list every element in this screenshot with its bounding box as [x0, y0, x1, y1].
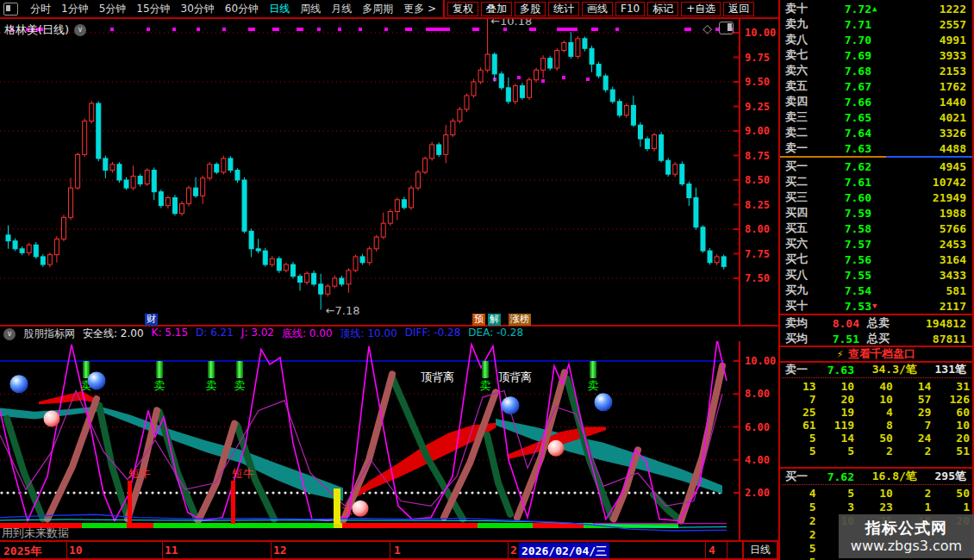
tab-period-30分钟[interactable]: 30分钟: [181, 2, 215, 16]
sell-marker-label: 卖: [234, 379, 246, 392]
sell-signal-bar: [208, 361, 215, 378]
time-axis-month-1: 1: [394, 544, 401, 557]
period-menu: 分时1分钟5分钟15分钟30分钟60分钟日线周线月线多周期更多 >: [25, 2, 441, 16]
panel-toggle-icon[interactable]: [719, 22, 734, 34]
sell-detail-row: 1310401431: [780, 380, 972, 393]
tab-period-多周期[interactable]: 多周期: [362, 2, 393, 16]
orderbook-buy-row[interactable]: 买五7.585766: [780, 221, 972, 236]
short-bull-label: 短牛: [128, 467, 151, 480]
tab-period-5分钟[interactable]: 5分钟: [99, 2, 127, 16]
tool-button-F10[interactable]: F10: [615, 2, 645, 16]
tab-period-60分钟[interactable]: 60分钟: [225, 2, 259, 16]
tool-button-统计[interactable]: 统计: [548, 2, 579, 16]
chevron-down-icon[interactable]: ∨: [74, 24, 86, 36]
svg-text:4.00: 4.00: [745, 454, 770, 466]
candlestick-chart[interactable]: 10.009.759.509.259.008.758.508.258.007.7…: [0, 19, 778, 325]
orderbook-sell-row[interactable]: 卖六7.682153: [780, 63, 972, 78]
buy-detail-header: 买一7.6216.8/笔295笔: [780, 470, 972, 483]
average-row: 卖均8.04总卖194812: [780, 315, 972, 331]
sell-detail-row: 552251: [780, 445, 972, 457]
tool-button-标记[interactable]: 标记: [647, 2, 678, 16]
tab-period-日线[interactable]: 日线: [269, 2, 290, 16]
svg-text:10.00: 10.00: [745, 355, 776, 367]
rank-badge[interactable]: 涨榜: [509, 314, 531, 326]
red-signal-ball: [44, 410, 60, 426]
time-axis-separator: [705, 542, 706, 558]
svg-text:2.00: 2.00: [745, 487, 770, 499]
toolbar: 复权叠加多股统计画线F10标记+自选返回: [447, 2, 754, 16]
tab-period-15分钟[interactable]: 15分钟: [136, 2, 170, 16]
orderbook-buy-row[interactable]: 买八7.553433: [780, 267, 972, 283]
indicator-chevron-icon[interactable]: ∨: [3, 328, 16, 340]
orderbook-buy-row[interactable]: 买一7.624945: [780, 159, 972, 174]
time-axis-separator: [162, 542, 163, 558]
time-axis-month-12: 12: [273, 544, 287, 557]
tool-button-复权[interactable]: 复权: [447, 2, 478, 16]
svg-text:9.50: 9.50: [745, 76, 770, 88]
analysis-badge[interactable]: 解: [488, 314, 501, 326]
tab-period-1分钟[interactable]: 1分钟: [61, 2, 89, 16]
time-axis-separator: [271, 542, 272, 558]
orderbook-buy-row[interactable]: 买三7.6021949: [780, 190, 972, 205]
orderbook-sell-row[interactable]: 卖三7.654021: [780, 109, 972, 125]
time-axis-month-4: 4: [709, 544, 715, 557]
signal-dot-row: [10, 28, 733, 83]
orderbook-sell-row[interactable]: 卖四7.661440: [780, 94, 972, 109]
time-axis-separator: [390, 542, 390, 558]
time-axis-month-11: 11: [165, 544, 178, 557]
indicator-field-安全线: 安全线: 2.00: [83, 327, 144, 341]
indicator-header: ∨ 股朋指标网 安全线: 2.00K: 5.15D: 6.21J: 3.02底线…: [0, 325, 778, 341]
blue-signal-ball: [10, 375, 28, 393]
tool-button-叠加[interactable]: 叠加: [481, 2, 512, 16]
period-box[interactable]: 日线: [742, 540, 778, 560]
blue-signal-ball: [88, 371, 106, 389]
time-axis-separator: [66, 542, 67, 558]
orderbook-sell-row[interactable]: 卖九7.712557: [780, 16, 972, 32]
tab-period-周线[interactable]: 周线: [300, 2, 321, 16]
orderbook-sell-row[interactable]: 卖八7.704991: [780, 32, 972, 47]
svg-text:7.50: 7.50: [745, 272, 770, 284]
svg-text:10.00: 10.00: [745, 27, 776, 39]
tool-button-多股[interactable]: 多股: [515, 2, 546, 16]
main-chart-panel[interactable]: 10.009.759.509.259.008.758.508.258.007.7…: [0, 19, 778, 325]
orderbook-buy-row[interactable]: 买九7.54581: [780, 283, 972, 298]
time-axis: 2025年10111212342026/02/04/三: [0, 540, 742, 560]
indicator-field-DIFF: DIFF: -0.28: [405, 327, 461, 341]
orderbook-buy-row[interactable]: 买六7.572453: [780, 236, 972, 252]
orderbook-buy-row[interactable]: 买四7.591988: [780, 205, 972, 221]
orderbook-sell-row[interactable]: 卖二7.643326: [780, 125, 972, 140]
indicator-chart[interactable]: 10.008.006.004.002.00卖卖卖卖卖卖顶背离顶背离短牛短牛大牛用…: [0, 341, 778, 540]
chart-title: 格林美(日线): [4, 22, 69, 38]
orderbook-buy-row[interactable]: 买二7.6110742: [780, 174, 972, 190]
orderbook-sell-row[interactable]: 卖十7.72▲1222: [780, 1, 972, 16]
finance-badge[interactable]: 财: [145, 314, 158, 326]
indicator-values: 安全线: 2.00K: 5.15D: 6.21J: 3.02底线: 0.00顶线…: [83, 327, 523, 341]
tool-button-+自选[interactable]: +自选: [681, 2, 721, 16]
orderbook-sell-row[interactable]: 卖五7.671762: [780, 78, 972, 94]
svg-text:7.75: 7.75: [745, 248, 770, 260]
orderbook-sell-row[interactable]: 卖七7.693933: [780, 47, 972, 63]
watermark-url: www.zbgs3.com: [851, 538, 962, 555]
window-icon[interactable]: [3, 3, 18, 16]
orderbook-buy-row[interactable]: 买十7.53▼2117: [780, 298, 972, 314]
orderbook-sell-row[interactable]: 卖一7.634488: [780, 140, 972, 156]
time-axis-separator: [727, 542, 727, 558]
tab-period-更多 >[interactable]: 更多 >: [403, 2, 436, 16]
tool-button-画线[interactable]: 画线: [582, 2, 613, 16]
topbar-divider: [443, 0, 445, 17]
queue-link-row[interactable]: ⚡查看千档盘口: [780, 347, 972, 361]
time-axis-month-10: 10: [69, 544, 83, 557]
diamond-icon[interactable]: ◇: [702, 22, 712, 34]
low-price-label: ←7.18: [326, 304, 360, 317]
sell-signal-bar: [482, 361, 489, 378]
tab-period-月线[interactable]: 月线: [331, 2, 352, 16]
sell-signal-bar: [236, 361, 243, 378]
orderbook-buy-row[interactable]: 买七7.563164: [780, 252, 972, 267]
candles[interactable]: [6, 19, 726, 309]
tool-button-返回[interactable]: 返回: [723, 2, 754, 16]
tab-period-分时[interactable]: 分时: [30, 2, 51, 16]
sell-detail-row: 251942960: [780, 406, 972, 419]
forecast-badge[interactable]: 预: [472, 314, 485, 326]
queue-link[interactable]: 查看千档盘口: [848, 346, 915, 362]
sell-detail-row: 7201057126: [780, 393, 972, 406]
